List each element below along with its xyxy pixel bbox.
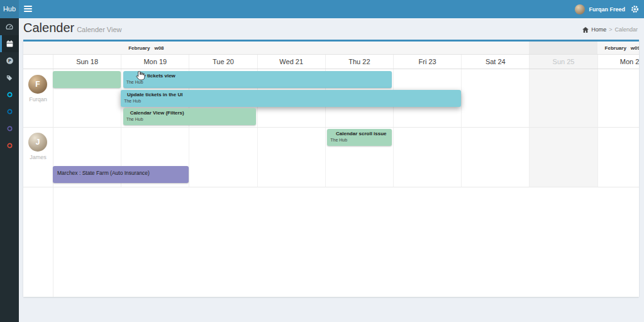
shaded-day-column: [529, 69, 597, 187]
day-column-separator: [597, 69, 598, 187]
week-label: Februaryw08: [128, 42, 164, 55]
settings-gear-icon[interactable]: [631, 5, 639, 13]
calendar-event[interactable]: Calendar scroll issueThe Hub: [327, 129, 392, 146]
resource-name-label: James: [23, 154, 53, 160]
breadcrumb: Home > Calendar: [582, 26, 638, 33]
event-title: My tickets view: [123, 73, 191, 79]
resource-avatar: F: [28, 75, 47, 94]
day-header-cell: Mon 26: [597, 55, 639, 69]
sidebar: P: [0, 18, 19, 322]
week-label: Februaryw09: [605, 42, 639, 55]
user-avatar: [575, 4, 585, 14]
p-circle-icon: P: [6, 57, 14, 65]
event-subtitle: The Hub: [327, 138, 392, 142]
calendar-event[interactable]: [53, 71, 121, 88]
calendar-body: FFurqanJJamesMy tickets viewThe HubUpdat…: [23, 69, 639, 297]
event-title: Calendar View (Filters): [123, 110, 191, 116]
day-column-separator: [529, 69, 530, 187]
user-menu[interactable]: Furqan Freed: [575, 4, 625, 14]
event-title: Marchex : State Farm (Auto Insurance): [53, 170, 189, 176]
day-column-separator: [461, 69, 462, 187]
page-subtitle: Calender View: [77, 26, 121, 33]
user-name: Furqan Freed: [589, 6, 625, 13]
sidebar-item-projects[interactable]: P: [0, 52, 19, 69]
event-subtitle: The Hub: [123, 80, 392, 84]
circle-icon: [6, 125, 13, 132]
day-header-cell: Mon 19: [121, 55, 189, 69]
week-label-month: February: [128, 45, 150, 51]
event-subtitle: The Hub: [123, 117, 256, 121]
calendar-day-header-row: Sun 18Mon 19Tue 20Wed 21Thu 22Fri 23Sat …: [23, 55, 639, 69]
top-navbar: Hub Furqan Freed: [0, 0, 644, 18]
breadcrumb-separator: >: [609, 26, 612, 33]
dashboard-icon: [5, 23, 14, 31]
day-header-cell: Tue 20: [189, 55, 257, 69]
sidebar-item-filter-blue[interactable]: [0, 103, 19, 120]
circle-icon: [6, 142, 13, 149]
resource-avatar: J: [28, 133, 47, 152]
svg-text:P: P: [8, 58, 11, 64]
hamburger-menu-icon[interactable]: [24, 6, 32, 13]
week-label-month: February: [605, 45, 626, 51]
tag-icon: [6, 74, 13, 82]
day-header-cell: Sat 24: [461, 55, 529, 69]
day-header-cell: Wed 21: [257, 55, 325, 69]
sidebar-item-dashboard[interactable]: [0, 18, 19, 35]
gear-icon: [631, 5, 639, 13]
home-icon: [582, 27, 589, 33]
day-header-cell: Sun 18: [53, 55, 121, 69]
content-header: CalenderCalender View Home > Calendar: [23, 21, 639, 38]
calendar-icon: [6, 40, 14, 48]
calendar-week-band: Februaryw08Februaryw09: [23, 42, 639, 55]
day-header-cell: Sun 25: [529, 55, 597, 69]
circle-icon: [6, 91, 13, 98]
day-column-separator: [393, 69, 394, 187]
breadcrumb-current: Calendar: [614, 26, 638, 33]
calendar-event[interactable]: My tickets viewThe Hub: [123, 71, 392, 88]
event-title: Update tickets in the UI: [121, 92, 189, 97]
resource-row-separator: [23, 187, 639, 187]
calendar-panel: Februaryw08Februaryw09 Sun 18Mon 19Tue 2…: [23, 40, 639, 297]
sidebar-item-filter-red[interactable]: [0, 137, 19, 154]
week-label-number: w08: [154, 45, 164, 51]
sidebar-item-calendar[interactable]: [0, 35, 19, 52]
app-logo[interactable]: Hub: [0, 0, 19, 18]
resource-name-label: Furqan: [23, 96, 53, 103]
calendar-event[interactable]: Marchex : State Farm (Auto Insurance): [53, 166, 189, 183]
calendar-event[interactable]: Update tickets in the UIThe Hub: [121, 90, 461, 107]
resource-column-separator: [53, 69, 53, 297]
circle-icon: [6, 108, 13, 115]
day-header-cell: Fri 23: [393, 55, 461, 69]
week-label-number: w09: [631, 45, 639, 51]
resource-row-separator: [23, 127, 639, 128]
sidebar-item-tags[interactable]: [0, 69, 19, 86]
event-title: Calendar scroll issue: [327, 131, 392, 136]
week-band-shaded-cell: [529, 42, 597, 54]
page-title: CalenderCalender View: [23, 21, 122, 35]
breadcrumb-home-link[interactable]: Home: [591, 26, 606, 33]
sidebar-item-filter-cyan[interactable]: [0, 86, 19, 103]
app-root: Hub Furqan Freed P CalenderCalender View: [0, 0, 644, 322]
day-header-cell: Thu 22: [325, 55, 393, 69]
page-title-text: Calender: [23, 21, 74, 35]
sidebar-item-filter-purple[interactable]: [0, 120, 19, 137]
calendar-event[interactable]: Calendar View (Filters)The Hub: [123, 108, 256, 125]
event-subtitle: The Hub: [121, 99, 461, 103]
